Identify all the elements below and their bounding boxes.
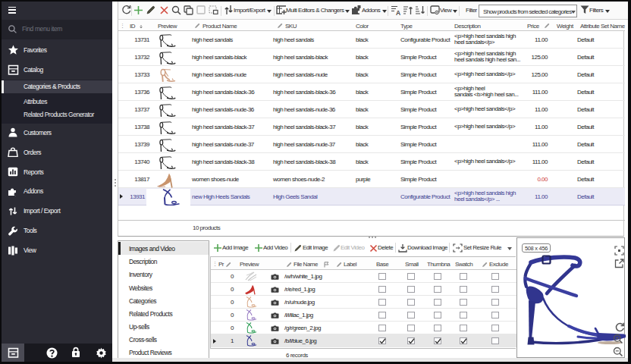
svg-text:A: A: [396, 8, 400, 15]
